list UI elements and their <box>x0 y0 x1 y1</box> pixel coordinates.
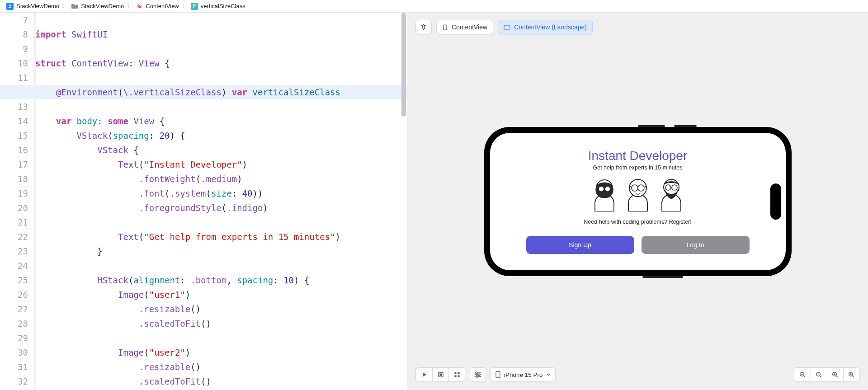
zoom-actual-button[interactable] <box>827 368 843 381</box>
svg-line-34 <box>820 376 822 377</box>
svg-line-41 <box>853 376 854 377</box>
preview-tab-contentview[interactable]: ContentView <box>436 20 493 34</box>
breadcrumb: StackViewDemo 〉 StackViewDemo 〉 ContentV… <box>0 0 868 13</box>
breadcrumb-item-symbol[interactable]: P verticalSizeClass <box>189 2 247 11</box>
preview-bottom-bar: iPhone 15 Pro 1 <box>415 367 860 382</box>
app-subtitle: Get help from experts in 15 minutes <box>593 164 682 171</box>
chevron-right-icon: 〉 <box>62 2 68 10</box>
svg-point-16 <box>672 185 677 190</box>
svg-rect-22 <box>458 372 459 374</box>
breadcrumb-label: ContentView <box>146 3 179 9</box>
preview-mode-segmented <box>415 367 465 382</box>
svg-rect-21 <box>454 372 456 374</box>
device-screen[interactable]: Instant Developer Get help from experts … <box>490 133 786 270</box>
device-settings-button[interactable] <box>470 367 486 382</box>
device-button <box>642 276 683 278</box>
device-landscape-icon <box>504 25 510 30</box>
svg-line-31 <box>803 376 805 377</box>
breadcrumb-label: StackViewDemo <box>81 3 124 9</box>
swift-icon <box>136 3 143 10</box>
chevron-right-icon: 〉 <box>127 2 132 10</box>
svg-line-37 <box>836 376 838 377</box>
device-button <box>638 125 665 127</box>
svg-point-29 <box>498 376 499 377</box>
breadcrumb-item-file[interactable]: ContentView <box>134 2 180 11</box>
svg-rect-24 <box>458 376 459 377</box>
log-in-button[interactable]: Log In <box>642 236 750 254</box>
device-picker[interactable]: iPhone 15 Pro <box>491 367 556 382</box>
sign-up-button[interactable]: Sign Up <box>526 236 634 254</box>
chevron-right-icon: 〉 <box>182 2 188 10</box>
breadcrumb-item-project[interactable]: StackViewDemo <box>5 2 61 11</box>
svg-point-5 <box>599 186 604 192</box>
preview-tab-contentview-landscape[interactable]: ContentView (Landscape) <box>498 20 593 34</box>
device-label: iPhone 15 Pro <box>504 371 543 378</box>
iphone-icon <box>495 371 500 378</box>
svg-rect-2 <box>443 25 447 30</box>
zoom-out-button[interactable] <box>794 368 811 381</box>
preview-tab-label: ContentView (Landscape) <box>514 23 587 31</box>
property-icon: P <box>191 3 198 10</box>
svg-point-10 <box>638 185 644 191</box>
svg-rect-1 <box>9 7 11 8</box>
svg-rect-23 <box>454 376 456 377</box>
svg-point-27 <box>476 376 478 377</box>
vertical-scrollbar[interactable] <box>401 13 407 390</box>
line-gutter: 7891011121314151617181920212223242526272… <box>0 13 35 390</box>
device-icon <box>442 24 448 30</box>
breadcrumb-label: StackViewDemo <box>16 3 59 9</box>
chevron-down-icon <box>547 373 551 376</box>
canvas-preview: ContentView ContentView (Landscape) Inst… <box>407 13 868 390</box>
avatar-user1 <box>590 176 618 211</box>
folder-icon <box>71 3 78 10</box>
svg-point-26 <box>478 374 480 376</box>
variants-button[interactable] <box>448 368 465 381</box>
button-row: Sign Up Log In <box>513 236 763 254</box>
scrollbar-thumb[interactable] <box>401 13 406 117</box>
breadcrumb-item-folder[interactable]: StackViewDemo <box>69 2 126 11</box>
svg-point-25 <box>476 372 477 374</box>
app-title: Instant Developer <box>588 149 687 163</box>
svg-point-9 <box>632 185 638 191</box>
breadcrumb-label: verticalSizeClass <box>201 3 245 9</box>
dynamic-island <box>770 183 781 220</box>
cta-text: Need help with coding problems? Register… <box>584 219 691 225</box>
svg-rect-3 <box>504 25 510 29</box>
avatar-user2 <box>624 176 652 211</box>
svg-rect-20 <box>439 374 442 376</box>
device-frame: Instant Developer Get help from experts … <box>484 127 792 276</box>
pin-button[interactable] <box>415 20 432 34</box>
preview-toolbar: ContentView ContentView (Landscape) <box>415 20 593 34</box>
zoom-in-button[interactable] <box>843 368 859 381</box>
zoom-controls: 1 <box>794 367 860 382</box>
preview-tab-label: ContentView <box>452 23 487 31</box>
svg-point-15 <box>665 185 671 190</box>
svg-text:1: 1 <box>818 373 819 376</box>
live-preview-button[interactable] <box>416 368 432 381</box>
code-editor[interactable]: 7891011121314151617181920212223242526272… <box>0 13 407 390</box>
code-area[interactable]: import SwiftUIstruct ContentView: View {… <box>35 13 407 390</box>
app-icon <box>6 3 14 10</box>
device-button <box>674 125 697 127</box>
selectable-preview-button[interactable] <box>432 368 448 381</box>
svg-marker-18 <box>423 372 426 377</box>
avatar-user3 <box>657 176 685 211</box>
svg-point-6 <box>605 186 610 192</box>
avatar-row <box>590 176 685 211</box>
zoom-fit-button[interactable]: 1 <box>811 368 827 381</box>
